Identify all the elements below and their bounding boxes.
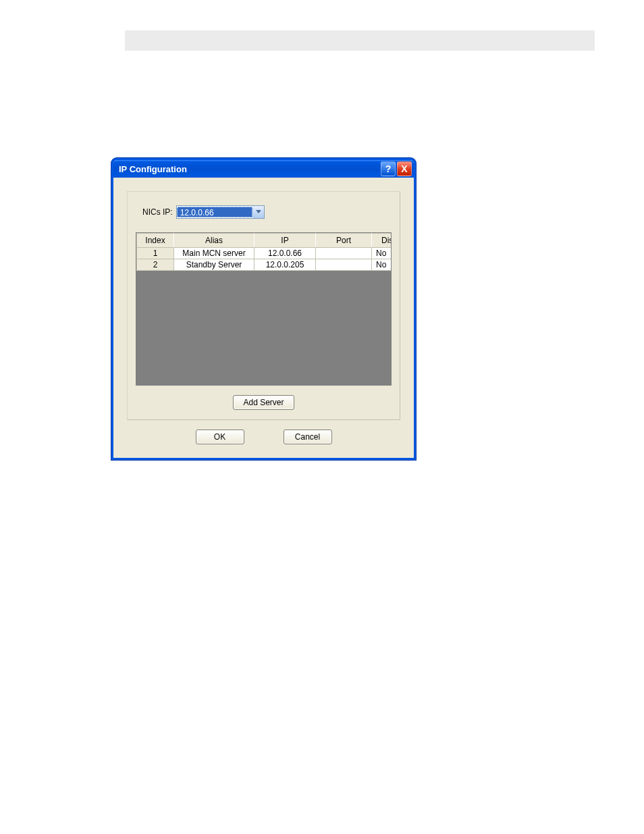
cell-alias[interactable]: Main MCN server [174, 248, 254, 259]
close-button[interactable]: X [397, 161, 412, 176]
close-icon: X [401, 163, 407, 174]
cell-port[interactable] [316, 248, 372, 259]
ok-cancel-row: OK Cancel [127, 429, 400, 444]
table-row[interactable]: 1 Main MCN server 12.0.0.66 No [137, 248, 392, 259]
nics-ip-row: NICs IP: 12.0.0.66 [142, 205, 392, 219]
servers-table: Index Alias IP Port Disable 1 Main MCN s… [136, 233, 392, 271]
dialog-body: NICs IP: 12.0.0.66 Index Alias IP [113, 178, 414, 458]
add-server-button[interactable]: Add Server [233, 395, 294, 410]
table-row[interactable]: 2 Standby Server 12.0.0.205 No [137, 259, 392, 271]
ok-button-label: OK [214, 432, 225, 442]
cell-alias[interactable]: Standby Server [174, 259, 254, 271]
dialog-title: IP Configuration [119, 164, 187, 174]
ok-button[interactable]: OK [196, 429, 244, 444]
title-bar-buttons: ? X [381, 161, 412, 176]
add-server-row: Add Server [136, 395, 392, 410]
col-header-index[interactable]: Index [137, 234, 174, 248]
chevron-down-icon [252, 206, 264, 218]
col-header-port[interactable]: Port [316, 234, 372, 248]
help-icon: ? [385, 163, 392, 174]
nics-ip-selected-value: 12.0.0.66 [177, 207, 252, 217]
col-header-alias[interactable]: Alias [174, 234, 254, 248]
servers-grid[interactable]: Index Alias IP Port Disable 1 Main MCN s… [136, 232, 392, 386]
ip-configuration-dialog: IP Configuration ? X NICs IP: 12.0.0.66 [111, 158, 416, 460]
table-header-row: Index Alias IP Port Disable [137, 234, 392, 248]
cell-disable[interactable]: No [372, 259, 392, 271]
cell-index: 2 [137, 259, 174, 271]
col-header-disable[interactable]: Disable [372, 234, 392, 248]
title-bar: IP Configuration ? X [113, 160, 414, 178]
cancel-button[interactable]: Cancel [284, 429, 332, 444]
cell-ip[interactable]: 12.0.0.205 [254, 259, 316, 271]
content-panel: NICs IP: 12.0.0.66 Index Alias IP [127, 191, 400, 420]
cell-disable[interactable]: No [372, 248, 392, 259]
document-top-bar [125, 30, 595, 51]
cell-port[interactable] [316, 259, 372, 271]
cell-ip[interactable]: 12.0.0.66 [254, 248, 316, 259]
col-header-ip[interactable]: IP [254, 234, 316, 248]
cancel-button-label: Cancel [295, 432, 320, 442]
nics-ip-combobox[interactable]: 12.0.0.66 [176, 205, 265, 219]
cell-index: 1 [137, 248, 174, 259]
nics-ip-label: NICs IP: [142, 207, 173, 217]
help-button[interactable]: ? [381, 161, 396, 176]
